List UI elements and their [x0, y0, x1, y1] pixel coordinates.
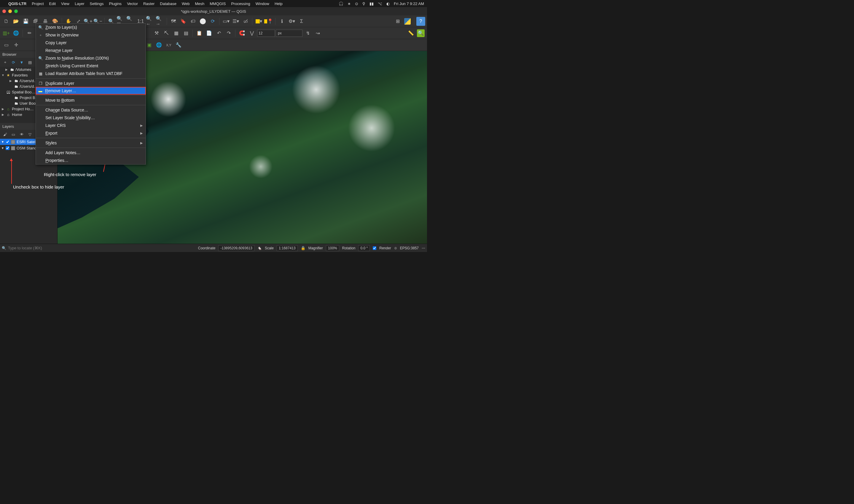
menu-project[interactable]: Project — [32, 1, 43, 6]
control-center-icon[interactable]: ⌥ — [378, 1, 382, 6]
show-bookmarks-button[interactable]: 🏷 — [189, 17, 197, 26]
selection-pin-button[interactable]: 📍 — [264, 17, 273, 26]
snapping-tolerance-input[interactable] — [257, 30, 275, 37]
add-vector-layer-button[interactable]: ▥+ — [2, 29, 11, 38]
help-button[interactable]: ? — [416, 17, 425, 26]
mouse-extent-toggle[interactable]: 🐁 — [257, 246, 262, 250]
select-rect-button[interactable]: ▣ — [145, 41, 154, 50]
bluetooth-icon[interactable]: ∗ — [348, 1, 351, 6]
browser-collapse-button[interactable]: ▤ — [27, 59, 33, 66]
select-features-button[interactable]: ▭▾ — [221, 17, 230, 26]
menu-edit[interactable]: Edit — [49, 1, 56, 6]
scale-field[interactable]: 1:1687413 — [277, 245, 298, 251]
zoom-window-button[interactable] — [14, 10, 18, 13]
rotation-field[interactable]: 0.0 ° — [358, 245, 370, 251]
cm-add-layer-notes[interactable]: Add Layer Notes… — [36, 149, 146, 157]
processing-btn4[interactable]: ▤ — [181, 29, 190, 38]
zoom-last-button[interactable]: 🔍← — [146, 17, 155, 26]
actions-button[interactable]: ⚙▾ — [287, 17, 296, 26]
tracing-button[interactable]: ↝ — [313, 29, 322, 38]
menu-vector[interactable]: Vector — [127, 1, 138, 6]
browser-refresh-button[interactable]: ⟳ — [10, 59, 17, 66]
cm-load-raster-attribute[interactable]: ▦Load Raster Attribute Table from VAT.DB… — [36, 70, 146, 77]
redo-button[interactable]: ↷ — [224, 29, 233, 38]
messages-button[interactable]: ⋯ — [422, 246, 425, 250]
undo-button[interactable]: ↶ — [214, 29, 223, 38]
cm-change-data-source[interactable]: Change Data Source… — [36, 106, 146, 114]
menu-window[interactable]: Window — [255, 1, 269, 6]
globe-button[interactable]: 🌐 — [155, 41, 163, 50]
layers-style-button[interactable]: 🖌 — [2, 131, 8, 138]
layers-add-group-button[interactable]: ▭ — [10, 131, 17, 138]
cm-export[interactable]: Export▶ — [36, 129, 146, 137]
expand-arrow-icon[interactable]: ▶ — [5, 68, 8, 71]
close-window-button[interactable] — [2, 10, 6, 13]
coordinate-field[interactable]: -13895209,6093613 — [218, 245, 254, 251]
quick-search-button[interactable]: 🔍 — [416, 29, 425, 38]
cm-set-scale-visibility[interactable]: Set Layer Scale Visibility… — [36, 114, 146, 122]
menu-mesh[interactable]: Mesh — [195, 1, 204, 6]
measure-button[interactable]: 📏 — [407, 29, 415, 38]
new-project-button[interactable]: 🗋 — [2, 17, 11, 26]
cm-duplicate-layer[interactable]: ❐Duplicate Layer — [36, 79, 146, 87]
cm-move-to-bottom[interactable]: Move to Bottom — [36, 96, 146, 104]
open-project-button[interactable]: 📂 — [12, 17, 20, 26]
expand-arrow-icon[interactable]: ▶ — [1, 107, 5, 111]
temporal-button[interactable] — [198, 17, 207, 26]
zoom-next-button[interactable]: 🔍→ — [156, 17, 164, 26]
minimize-window-button[interactable] — [8, 10, 12, 13]
playback-icon[interactable]: ⊙ — [355, 1, 358, 6]
tool-b[interactable]: ✛ — [12, 41, 20, 50]
headphones-icon[interactable]: 🎧 — [339, 1, 343, 6]
app-name[interactable]: QGIS-LTR — [8, 1, 26, 6]
locator-bar[interactable]: 🔍 — [2, 246, 132, 250]
menu-view[interactable]: View — [61, 1, 69, 6]
wrench-button[interactable]: 🔧 — [174, 41, 183, 50]
processing-btn1[interactable]: ⚒ — [152, 29, 161, 38]
menu-database[interactable]: Database — [160, 1, 176, 6]
topological-editing-button[interactable]: ↯ — [303, 29, 312, 38]
battery-icon[interactable]: ▮▮ — [370, 1, 374, 6]
xy-button[interactable]: X,Y — [164, 41, 173, 50]
identify-button[interactable]: ℹ — [278, 17, 286, 26]
cm-zoom-to-layers[interactable]: 🔍Zoom to Layer(s) — [36, 23, 146, 31]
cm-copy-layer[interactable]: Copy Layer — [36, 39, 146, 47]
expand-arrow-icon[interactable]: ▼ — [1, 146, 4, 150]
cm-styles[interactable]: Styles▶ — [36, 139, 146, 147]
browser-filter-button[interactable]: ▼ — [18, 59, 25, 66]
cm-stretch[interactable]: Stretch Using Current Extent — [36, 62, 146, 70]
cm-properties[interactable]: Properties… — [36, 157, 146, 164]
refresh-button[interactable]: ⟳ — [208, 17, 217, 26]
cm-rename-layer[interactable]: Rename Layer — [36, 47, 146, 54]
snapping-unit-combo[interactable]: px — [276, 30, 302, 37]
siri-icon[interactable]: ◐ — [386, 1, 390, 6]
python-console-button[interactable] — [403, 17, 412, 26]
new-map-view-button[interactable]: 🗺 — [169, 17, 178, 26]
wifi-icon[interactable]: ⚲ — [362, 1, 365, 6]
save-project-button[interactable]: 💾 — [21, 17, 30, 26]
selection-yellow-button[interactable]: ▾ — [254, 17, 263, 26]
expand-arrow-icon[interactable]: ▼ — [1, 73, 5, 77]
copy-button[interactable]: 📋 — [195, 29, 204, 38]
render-checkbox[interactable] — [373, 246, 376, 250]
new-shapefile-button[interactable]: 🌐 — [12, 29, 20, 38]
new-bookmark-button[interactable]: 🔖 — [179, 17, 188, 26]
menu-raster[interactable]: Raster — [143, 1, 155, 6]
layer-visibility-checkbox[interactable] — [6, 146, 10, 150]
menu-web[interactable]: Web — [182, 1, 190, 6]
paste-button[interactable]: 📄 — [204, 29, 213, 38]
processing-btn3[interactable]: ▦ — [172, 29, 181, 38]
layers-visibility-button[interactable]: 👁 — [18, 131, 25, 138]
layers-filter-button[interactable]: ▽ — [27, 131, 33, 138]
cm-layer-crs[interactable]: Layer CRS▶ — [36, 122, 146, 129]
tool-a[interactable]: ▭ — [2, 41, 11, 50]
expand-arrow-icon[interactable]: ▶ — [1, 113, 5, 116]
snapping-options-button[interactable]: ⋁ — [247, 29, 256, 38]
menu-plugins[interactable]: Plugins — [109, 1, 122, 6]
cm-zoom-native[interactable]: 🔍Zoom to Native Resolution (100%) — [36, 54, 146, 62]
scale-lock-button[interactable]: 🔒 — [301, 246, 305, 250]
cm-remove-layer[interactable]: ▬Remove Layer… — [36, 87, 146, 94]
deselect-button[interactable]: ▭̸ — [241, 17, 250, 26]
browser-add-button[interactable]: ＋ — [2, 59, 8, 66]
menu-mmqgis[interactable]: MMQGIS — [210, 1, 226, 6]
